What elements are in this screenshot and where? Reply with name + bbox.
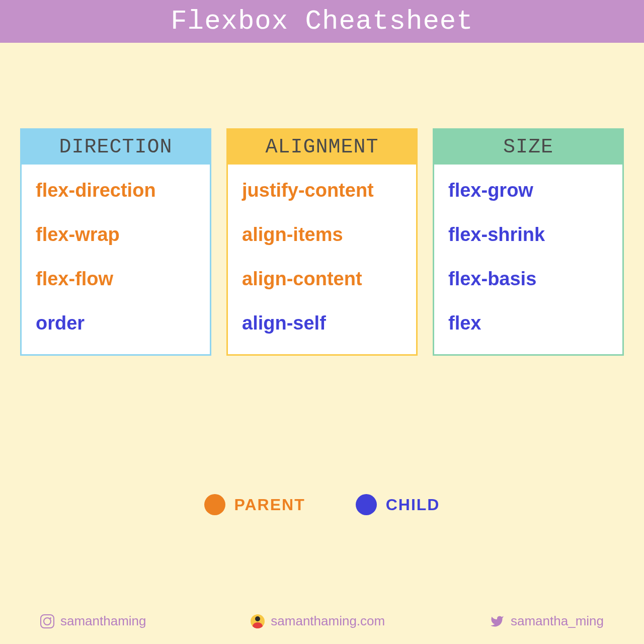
page-header: Flexbox Cheatsheet [0,0,644,43]
child-dot-icon [356,494,377,515]
prop-flex-basis: flex-basis [448,268,608,290]
legend: PARENT CHILD [20,494,624,515]
prop-align-content: align-content [242,268,402,290]
twitter-handle: samantha_ming [511,613,604,629]
page-title: Flexbox Cheatsheet [171,6,473,37]
card-alignment: ALIGNMENT justify-content align-items al… [226,128,418,356]
website-handle: samanthaming.com [271,613,385,629]
prop-justify-content: justify-content [242,180,402,201]
card-alignment-body: justify-content align-items align-conten… [228,165,416,354]
card-direction-title: DIRECTION [22,130,210,165]
legend-child: CHILD [356,494,440,515]
card-alignment-title: ALIGNMENT [228,130,416,165]
legend-parent-label: PARENT [234,496,305,514]
cards-row: DIRECTION flex-direction flex-wrap flex-… [20,128,624,356]
twitter-icon [490,614,505,629]
footer-twitter: samantha_ming [490,613,604,629]
legend-parent: PARENT [204,494,305,515]
card-direction: DIRECTION flex-direction flex-wrap flex-… [20,128,211,356]
prop-align-items: align-items [242,224,402,246]
avatar-icon [251,614,265,628]
prop-flex: flex [448,312,608,334]
prop-align-self: align-self [242,312,402,334]
instagram-handle: samanthaming [60,613,146,629]
prop-flex-grow: flex-grow [448,180,608,201]
footer: samanthaming samanthaming.com samantha_m… [20,613,624,629]
card-size: SIZE flex-grow flex-shrink flex-basis fl… [433,128,624,356]
prop-order: order [36,312,196,334]
prop-flex-flow: flex-flow [36,268,196,290]
footer-instagram: samanthaming [40,613,146,629]
card-size-body: flex-grow flex-shrink flex-basis flex [434,165,622,354]
instagram-icon [40,614,54,628]
footer-website: samanthaming.com [251,613,385,629]
card-size-title: SIZE [434,130,622,165]
prop-flex-shrink: flex-shrink [448,224,608,246]
prop-flex-wrap: flex-wrap [36,224,196,246]
legend-child-label: CHILD [386,496,440,514]
card-direction-body: flex-direction flex-wrap flex-flow order [22,165,210,354]
parent-dot-icon [204,494,225,515]
main-content: DIRECTION flex-direction flex-wrap flex-… [0,43,644,644]
prop-flex-direction: flex-direction [36,180,196,201]
